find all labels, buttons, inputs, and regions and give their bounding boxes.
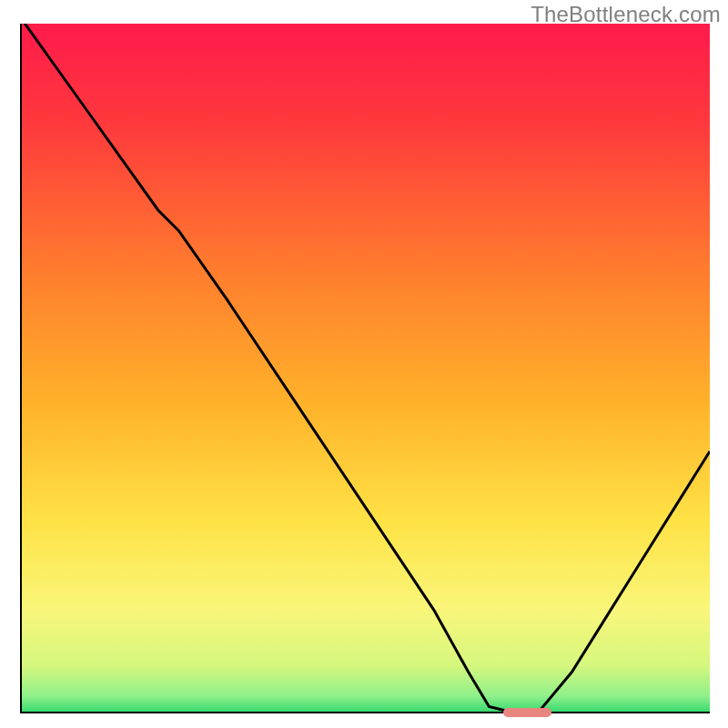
chart-frame: TheBottleneck.com: [0, 0, 728, 728]
plot-area: [20, 24, 710, 713]
optimal-range-marker: [503, 708, 551, 717]
chart-svg: [20, 24, 710, 713]
gradient-background: [20, 24, 710, 713]
